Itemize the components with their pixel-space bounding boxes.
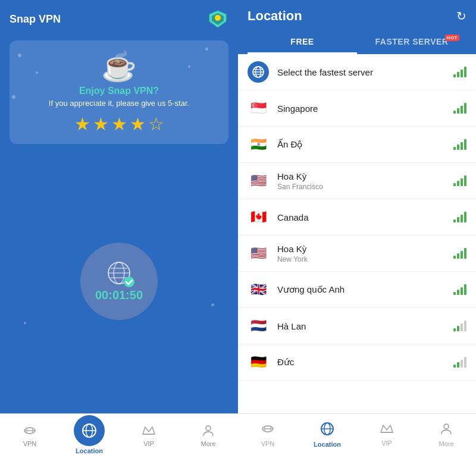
uk-info: Vương quốc Anh xyxy=(277,284,453,295)
left-nav-location[interactable]: Location xyxy=(60,415,119,454)
location-globe-icon xyxy=(82,423,97,438)
app-title: Snap VPN xyxy=(10,13,61,26)
tab-free[interactable]: FREE xyxy=(248,31,357,54)
right-vpn-icon xyxy=(261,422,274,439)
left-nav-vpn[interactable]: VPN xyxy=(0,422,60,447)
right-nav-vpn[interactable]: VPN xyxy=(238,422,298,447)
fastest-server-info: Select the fastest server xyxy=(277,67,453,77)
list-item[interactable]: 🇳🇱 Hà Lan xyxy=(238,308,476,344)
right-nav-more-label: More xyxy=(439,440,453,447)
netherlands-flag: 🇳🇱 xyxy=(248,315,269,337)
india-flag: 🇮🇳 xyxy=(248,134,269,155)
usa-sf-flag: 🇺🇸 xyxy=(248,170,269,192)
star-1[interactable]: ★ xyxy=(74,114,90,134)
star-rating[interactable]: ★ ★ ★ ★ ☆ xyxy=(74,114,164,134)
signal-bars-us-ny xyxy=(453,248,466,259)
left-panel: Snap VPN ☕ Enjoy Snap VPN? If you apprec… xyxy=(0,0,238,455)
fastest-server-name: Select the fastest server xyxy=(277,67,453,77)
svg-marker-17 xyxy=(143,427,155,434)
germany-name: Đức xyxy=(277,357,453,368)
svg-point-9 xyxy=(124,277,134,287)
signal-bars-de xyxy=(453,357,466,368)
signal-bars-sg xyxy=(453,103,466,114)
right-nav-vpn-label: VPN xyxy=(261,440,275,447)
left-nav-vpn-label: VPN xyxy=(23,440,37,447)
rating-subtitle: If you appreciate it, please give us 5-s… xyxy=(49,99,189,108)
uk-name: Vương quốc Anh xyxy=(277,284,453,295)
usa-ny-name: Hoa Kỳ xyxy=(277,244,453,254)
star-4[interactable]: ★ xyxy=(130,114,146,134)
germany-info: Đức xyxy=(277,357,453,368)
netherlands-info: Hà Lan xyxy=(277,321,453,331)
usa-ny-flag: 🇺🇸 xyxy=(248,243,269,264)
usa-sf-info: Hoa Kỳ San Francisco xyxy=(277,171,453,191)
signal-bars-ca xyxy=(453,212,466,222)
star-5[interactable]: ☆ xyxy=(148,114,164,134)
star-3[interactable]: ★ xyxy=(111,114,127,134)
snap-vpn-logo-icon xyxy=(207,8,228,30)
list-item[interactable]: 🇸🇬 Singapore xyxy=(238,90,476,127)
left-nav-more[interactable]: More xyxy=(178,422,238,447)
list-item[interactable]: 🇮🇳 Ấn Độ xyxy=(238,127,476,163)
left-nav-vip[interactable]: VIP xyxy=(119,422,178,447)
svg-point-2 xyxy=(215,15,221,21)
signal-bars-fastest xyxy=(453,67,466,77)
list-item[interactable]: 🇩🇪 Đức xyxy=(238,344,476,381)
signal-bars-nl xyxy=(453,321,466,331)
singapore-info: Singapore xyxy=(277,103,453,114)
check-badge-icon xyxy=(124,277,134,287)
singapore-name: Singapore xyxy=(277,103,453,114)
vpn-status-display: 00:01:50 xyxy=(95,260,143,302)
right-nav-vip[interactable]: VIP xyxy=(357,423,416,447)
server-tabs: FREE FASTER SERVER HOT xyxy=(248,31,466,54)
list-item[interactable]: 🇨🇦 Canada xyxy=(238,199,476,236)
right-nav-location[interactable]: Location xyxy=(298,422,357,448)
server-list: Select the fastest server 🇸🇬 Singapore 🇮… xyxy=(238,54,476,413)
right-location-icon xyxy=(320,422,334,440)
vpn-connect-button[interactable]: 00:01:50 xyxy=(80,243,158,320)
right-vip-icon xyxy=(380,423,394,438)
right-nav-vip-label: VIP xyxy=(381,440,392,447)
list-item[interactable]: Select the fastest server xyxy=(238,54,476,90)
location-header: Location ↻ FREE FASTER SERVER HOT xyxy=(238,0,476,54)
refresh-icon[interactable]: ↻ xyxy=(456,9,466,23)
right-more-icon xyxy=(440,422,453,439)
canada-name: Canada xyxy=(277,212,453,222)
vpn-icon xyxy=(21,422,38,439)
netherlands-name: Hà Lan xyxy=(277,321,453,331)
usa-sf-name: Hoa Kỳ xyxy=(277,171,453,181)
right-bottom-nav: VPN Location VIP More xyxy=(238,413,476,455)
right-nav-more[interactable]: More xyxy=(416,422,476,447)
tab-faster-server[interactable]: FASTER SERVER HOT xyxy=(357,31,466,54)
location-page-title: Location xyxy=(248,8,302,24)
usa-sf-sub: San Francisco xyxy=(277,183,453,191)
list-item[interactable]: 🇺🇸 Hoa Kỳ San Francisco xyxy=(238,163,476,199)
fastest-globe-icon xyxy=(248,61,269,83)
location-nav-icon-bg xyxy=(74,415,105,446)
canada-info: Canada xyxy=(277,212,453,222)
vip-icon xyxy=(140,422,157,439)
more-person-icon xyxy=(200,422,217,439)
signal-bars-us-sf xyxy=(453,175,466,186)
connection-timer: 00:01:50 xyxy=(95,288,143,302)
left-header: Snap VPN xyxy=(0,0,238,36)
usa-ny-info: Hoa Kỳ New York xyxy=(277,244,453,263)
germany-flag: 🇩🇪 xyxy=(248,352,269,373)
svg-marker-32 xyxy=(381,425,393,432)
hot-badge: HOT xyxy=(445,34,459,41)
left-nav-vip-label: VIP xyxy=(143,440,154,447)
uk-flag: 🇬🇧 xyxy=(248,279,269,300)
location-header-row: Location ↻ xyxy=(248,8,466,24)
india-name: Ấn Độ xyxy=(277,139,453,150)
svg-point-34 xyxy=(444,424,449,429)
signal-bars-in xyxy=(453,139,466,150)
list-item[interactable]: 🇬🇧 Vương quốc Anh xyxy=(238,272,476,308)
usa-ny-sub: New York xyxy=(277,255,453,263)
canada-flag: 🇨🇦 xyxy=(248,206,269,228)
right-panel: Location ↻ FREE FASTER SERVER HOT xyxy=(238,0,476,455)
left-nav-location-label: Location xyxy=(76,447,103,454)
list-item[interactable]: 🇺🇸 Hoa Kỳ New York xyxy=(238,236,476,272)
left-bottom-nav: VPN Location VIP More xyxy=(0,413,238,455)
star-2[interactable]: ★ xyxy=(93,114,109,134)
svg-point-19 xyxy=(206,426,211,431)
